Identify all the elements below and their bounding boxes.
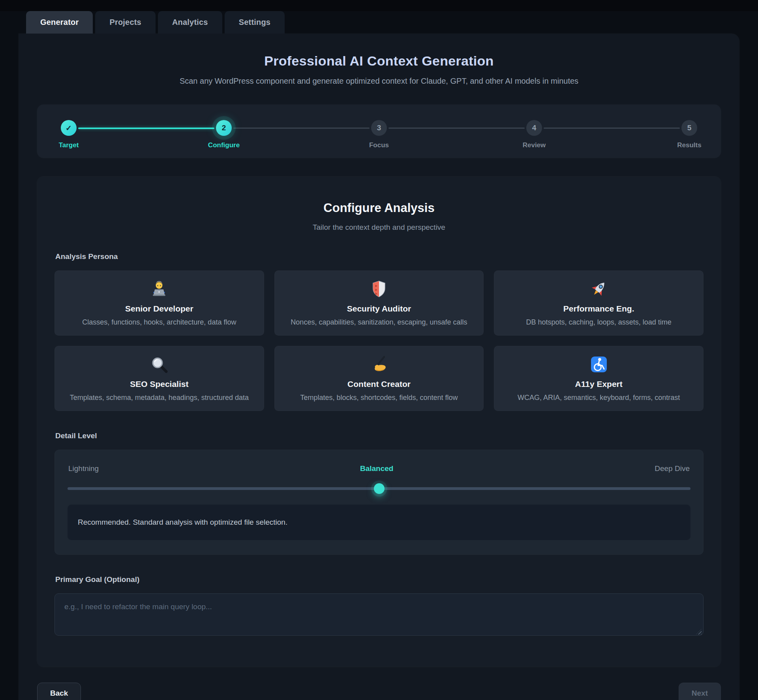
step-label: Focus (369, 141, 389, 149)
persona-card-performance-eng[interactable]: Performance Eng. DB hotspots, caching, l… (494, 270, 704, 336)
persona-title: A11y Expert (575, 379, 623, 389)
writing-hand-icon (370, 355, 388, 374)
next-button[interactable]: Next (679, 683, 721, 700)
detail-level-options: Lightning Balanced Deep Dive (68, 462, 690, 473)
tab-projects[interactable]: Projects (95, 11, 156, 34)
rocket-icon (589, 280, 608, 298)
level-lightning[interactable]: Lightning (68, 464, 99, 473)
stepper: ✓ Target 2 Configure 3 Focus 4 Review 5 … (37, 105, 721, 158)
step-focus[interactable]: 3 Focus (370, 120, 388, 136)
wheelchair-icon (589, 355, 608, 374)
persona-grid: Senior Developer Classes, functions, hoo… (54, 270, 704, 411)
primary-goal-wrap (54, 593, 704, 637)
panel-title: Configure Analysis (54, 201, 704, 215)
step-number: 5 (681, 120, 697, 136)
level-deep-dive[interactable]: Deep Dive (655, 464, 690, 473)
stepper-connector (78, 128, 214, 129)
tab-generator[interactable]: Generator (26, 11, 93, 34)
shield-icon (370, 280, 388, 298)
step-review[interactable]: 4 Review (525, 120, 544, 136)
persona-card-a11y-expert[interactable]: A11y Expert WCAG, ARIA, semantics, keybo… (494, 346, 704, 411)
analysis-persona-label: Analysis Persona (55, 252, 703, 261)
step-number: 3 (371, 120, 387, 136)
step-label: Target (59, 141, 79, 149)
magnifying-glass-icon (150, 355, 169, 374)
detail-level-label: Detail Level (55, 432, 703, 440)
persona-title: SEO Specialist (130, 379, 188, 389)
step-number: 4 (526, 120, 542, 136)
step-label: Results (677, 141, 701, 149)
tab-settings[interactable]: Settings (225, 11, 285, 34)
page-title: Professional AI Context Generation (19, 53, 739, 69)
back-button[interactable]: Back (37, 683, 81, 700)
primary-goal-label: Primary Goal (Optional) (55, 575, 703, 584)
persona-desc: Classes, functions, hooks, architecture,… (82, 318, 236, 327)
persona-desc: Nonces, capabilities, sanitization, esca… (291, 318, 467, 327)
persona-card-seo-specialist[interactable]: SEO Specialist Templates, schema, metada… (54, 346, 264, 411)
step-results[interactable]: 5 Results (680, 120, 699, 136)
panel-subtitle: Tailor the context depth and perspective (54, 223, 704, 232)
technologist-icon (150, 280, 169, 298)
stepper-connector (544, 128, 680, 129)
persona-title: Security Auditor (347, 304, 411, 313)
stepper-connector (388, 128, 525, 129)
top-strip (0, 0, 758, 11)
page-subtitle: Scan any WordPress component and generat… (19, 77, 739, 86)
persona-card-security-auditor[interactable]: Security Auditor Nonces, capabilities, s… (274, 270, 484, 336)
detail-level-description: Recommended. Standard analysis with opti… (68, 505, 690, 540)
persona-desc: Templates, schema, metadata, headings, s… (70, 394, 249, 402)
persona-desc: Templates, blocks, shortcodes, fields, c… (300, 394, 458, 402)
persona-title: Performance Eng. (563, 304, 634, 313)
persona-card-senior-developer[interactable]: Senior Developer Classes, functions, hoo… (54, 270, 264, 336)
tab-analytics[interactable]: Analytics (158, 11, 222, 34)
stepper-connector (233, 128, 370, 129)
step-number: 2 (216, 120, 232, 136)
step-target[interactable]: ✓ Target (59, 120, 78, 136)
step-label: Review (523, 141, 546, 149)
step-label: Configure (208, 141, 240, 149)
persona-card-content-creator[interactable]: Content Creator Templates, blocks, short… (274, 346, 484, 411)
persona-desc: WCAG, ARIA, semantics, keyboard, forms, … (518, 394, 680, 402)
detail-level-slider[interactable] (68, 482, 690, 494)
tab-bar: Generator Projects Analytics Settings (26, 11, 758, 34)
step-check-icon: ✓ (61, 120, 77, 136)
detail-level-panel: Lightning Balanced Deep Dive Recommended… (54, 450, 704, 555)
configure-analysis-panel: Configure Analysis Tailor the context de… (37, 176, 721, 667)
main-panel: Professional AI Context Generation Scan … (19, 34, 739, 700)
wizard-footer: Back Next (37, 683, 721, 700)
persona-desc: DB hotspots, caching, loops, assets, loa… (526, 318, 672, 327)
persona-title: Senior Developer (125, 304, 193, 313)
detail-level-slider-thumb[interactable] (374, 483, 385, 494)
primary-goal-input[interactable] (54, 593, 704, 636)
step-configure[interactable]: 2 Configure (214, 120, 233, 136)
level-balanced[interactable]: Balanced (360, 464, 393, 473)
persona-title: Content Creator (347, 379, 411, 389)
